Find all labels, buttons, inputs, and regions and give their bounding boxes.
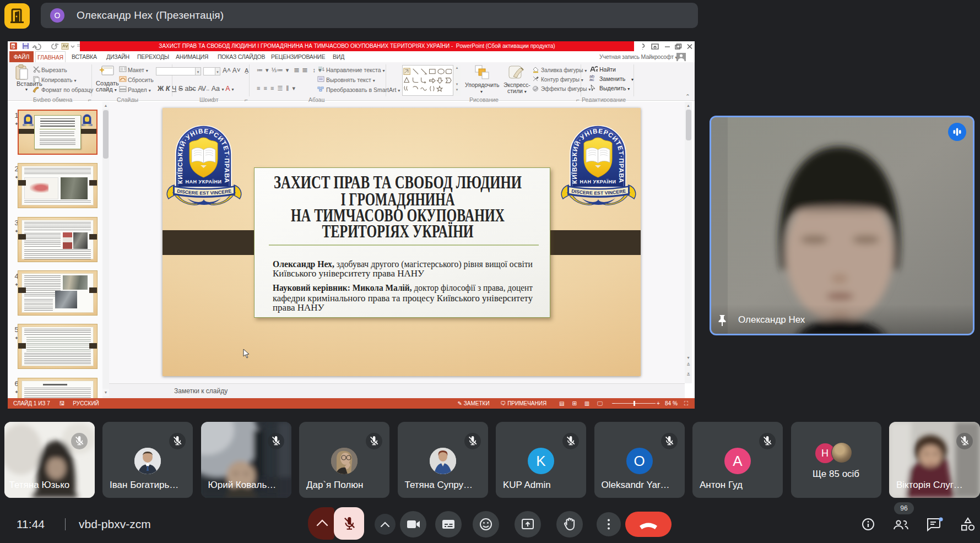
svg-text:P: P (12, 44, 15, 50)
svg-text:Науковий керівник: Микола Малі: Науковий керівник: Микола Малій, доктор … (273, 283, 533, 293)
svg-text:ТЕРИТОРІЯХ УКРАЇНИ: ТЕРИТОРІЯХ УКРАЇНИ (322, 221, 474, 241)
svg-text:Київського університету права: Київського університету права НАНУ (273, 268, 425, 279)
svg-text:права НАНУ: права НАНУ (273, 302, 325, 313)
